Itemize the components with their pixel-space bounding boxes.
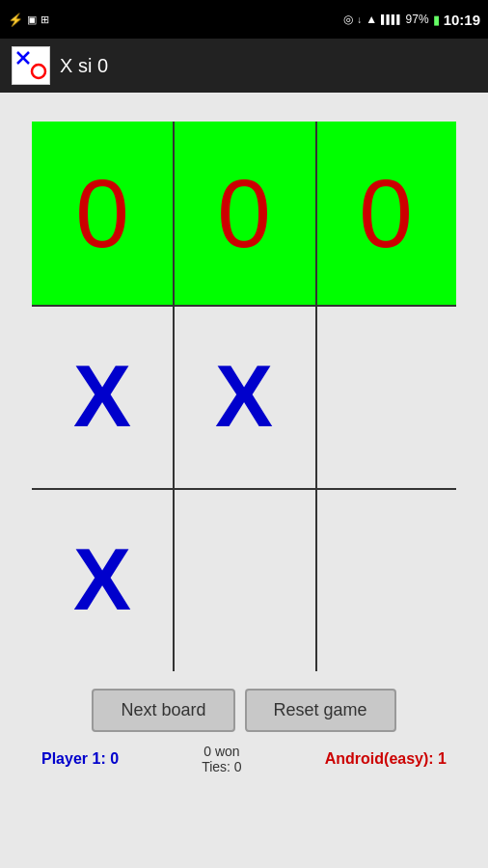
ties-label: Ties: 0 — [202, 759, 242, 774]
time-display: 10:19 — [444, 12, 480, 28]
title-bar: X si 0 — [0, 39, 488, 93]
buttons-row: Next board Reset game — [92, 689, 395, 732]
score-row: Player 1: 0 0 won Ties: 0 Android(easy):… — [41, 744, 447, 774]
app-title: X si 0 — [60, 55, 108, 77]
status-bar-right: ◎ ↓ ▲ ▌▌▌▌ 97% ▮ 10:19 — [343, 12, 480, 28]
eye-icon: ◎ — [343, 13, 353, 26]
player1-score: Player 1: 0 — [41, 750, 119, 768]
photo-icon: ▣ — [27, 14, 37, 26]
horizontal-line-1 — [32, 305, 456, 307]
o-won-label: 0 won — [203, 744, 239, 759]
score-center: 0 won Ties: 0 — [202, 744, 242, 774]
status-bar: ⚡ ▣ ⊞ ◎ ↓ ▲ ▌▌▌▌ 97% ▮ 10:19 — [0, 0, 488, 39]
app-icon — [12, 46, 50, 85]
signal-icon: ▌▌▌▌ — [381, 14, 402, 24]
app-icon-svg — [14, 48, 48, 83]
battery-percent: 97% — [406, 13, 429, 26]
reset-game-button[interactable]: Reset game — [245, 689, 396, 732]
download-icon: ↓ — [357, 14, 362, 25]
vertical-line-1 — [173, 122, 175, 671]
game-board[interactable]: 0 0 0 X X X — [32, 122, 456, 671]
main-content: 0 0 0 X X X — [0, 93, 488, 868]
usb-icon: ⚡ — [8, 13, 23, 27]
next-board-button[interactable]: Next board — [92, 689, 234, 732]
screen-icon: ⊞ — [41, 14, 49, 26]
wifi-icon: ▲ — [366, 13, 377, 26]
battery-icon: ▮ — [433, 13, 440, 27]
vertical-line-2 — [315, 122, 317, 671]
svg-point-2 — [32, 65, 45, 78]
android-score: Android(easy): 1 — [325, 750, 447, 768]
status-bar-left: ⚡ ▣ ⊞ — [8, 13, 49, 27]
grid-lines — [32, 122, 456, 671]
horizontal-line-2 — [32, 488, 456, 490]
